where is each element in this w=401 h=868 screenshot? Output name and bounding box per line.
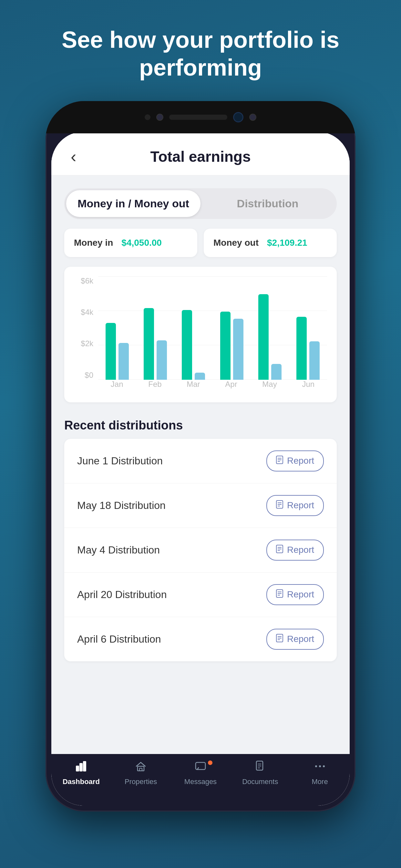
tab-switcher: Money in / Money out Distribution [64, 188, 337, 219]
bar-group-jun [297, 317, 320, 379]
nav-item-dashboard[interactable]: Dashboard [51, 761, 111, 786]
y-label-6k: $6k [74, 276, 96, 285]
nav-label-more: More [312, 778, 328, 786]
bar-money-out-apr [233, 319, 243, 380]
bar-money-in-may [258, 294, 269, 380]
bar-group-apr [220, 312, 243, 380]
money-out-label: Money out [213, 238, 258, 248]
report-icon [276, 500, 283, 511]
messages-icon [195, 761, 206, 775]
bar-money-out-jun [309, 341, 320, 380]
app-header: ‹ Total earnings [51, 132, 350, 175]
nav-item-documents[interactable]: Documents [230, 761, 290, 786]
report-button-label: Report [287, 589, 314, 600]
scroll-area[interactable]: Money in / Money out Distribution Money … [51, 175, 350, 754]
phone-screen: ‹ Total earnings Money in / Money out Di… [51, 132, 350, 806]
bar-money-out-feb [157, 340, 167, 380]
chart-grid: $6k $4k $2k $0 [74, 276, 327, 393]
nav-label-messages: Messages [184, 778, 217, 786]
nav-item-properties[interactable]: Properties [111, 761, 171, 786]
x-label-jan: Jan [111, 380, 123, 393]
distribution-name: April 6 Distribution [77, 633, 161, 645]
tab-distribution[interactable]: Distribution [201, 190, 335, 217]
notch-speaker [169, 115, 227, 120]
bar-money-in-feb [144, 308, 154, 379]
more-icon [314, 761, 326, 775]
notification-dot-messages [208, 761, 212, 765]
bar-group-feb [144, 308, 167, 379]
stats-row: Money in $4,050.00 Money out $2,109.21 [51, 228, 350, 267]
notch-sensor-2 [249, 114, 256, 121]
report-icon [276, 634, 283, 645]
notch-lens [233, 112, 243, 122]
distribution-list: June 1 Distribution ReportMay 18 Distrib… [64, 439, 337, 661]
y-label-0: $0 [74, 371, 96, 380]
chart-y-axis: $6k $4k $2k $0 [74, 276, 96, 380]
report-button[interactable]: Report [266, 584, 324, 605]
bar-group-jan [105, 323, 129, 380]
distribution-item: April 6 Distribution Report [64, 617, 337, 661]
x-label-feb: Feb [148, 380, 161, 393]
nav-item-messages[interactable]: Messages [171, 761, 230, 786]
phone-shell: ‹ Total earnings Money in / Money out Di… [45, 101, 356, 811]
page-headline: See how your portfolio is performing [0, 0, 401, 101]
distribution-name: April 20 Distribution [77, 589, 166, 600]
svg-rect-21 [80, 763, 83, 771]
chart-x-axis: JanFebMarAprMayJun [98, 380, 327, 393]
report-button-label: Report [287, 545, 314, 555]
money-in-value: $4,050.00 [121, 238, 162, 248]
report-icon [276, 589, 283, 600]
money-out-value: $2,109.21 [267, 238, 307, 248]
svg-rect-20 [76, 766, 79, 771]
x-label-apr: Apr [225, 380, 237, 393]
distribution-name: May 4 Distribution [77, 544, 160, 556]
x-label-mar: Mar [187, 380, 200, 393]
properties-icon [135, 761, 147, 775]
distribution-item: April 20 Distribution Report [64, 572, 337, 617]
nav-item-more[interactable]: More [290, 761, 350, 786]
phone-notch [45, 101, 356, 133]
report-button[interactable]: Report [266, 451, 324, 471]
y-label-4k: $4k [74, 308, 96, 317]
report-button-label: Report [287, 634, 314, 644]
svg-rect-25 [196, 763, 205, 770]
dashboard-icon [75, 761, 87, 775]
svg-point-30 [315, 765, 317, 767]
money-in-label: Money in [74, 238, 113, 248]
distribution-name: June 1 Distribution [77, 455, 163, 467]
svg-point-31 [319, 765, 321, 767]
bar-money-out-mar [195, 373, 205, 380]
report-button-label: Report [287, 500, 314, 510]
report-button[interactable]: Report [266, 629, 324, 650]
report-button-label: Report [287, 456, 314, 466]
tab-money-in-out[interactable]: Money in / Money out [66, 190, 201, 217]
page-title: Total earnings [150, 148, 251, 165]
report-button[interactable]: Report [266, 539, 324, 561]
distribution-item: May 18 Distribution Report [64, 484, 337, 528]
y-label-2k: $2k [74, 339, 96, 348]
recent-distributions-title: Recent distributions [51, 412, 350, 439]
bars-row [98, 276, 327, 380]
report-icon [276, 456, 283, 466]
bottom-nav: DashboardPropertiesMessagesDocumentsMore [51, 754, 350, 806]
bar-money-in-apr [220, 312, 230, 380]
bar-money-out-jan [119, 343, 129, 379]
x-label-may: May [262, 380, 277, 393]
notch-sensor [145, 114, 150, 120]
bar-money-in-jun [297, 317, 307, 379]
report-button[interactable]: Report [266, 495, 324, 516]
svg-rect-22 [83, 761, 86, 771]
distribution-name: May 18 Distribution [77, 500, 166, 512]
bar-money-in-jan [105, 323, 116, 380]
distribution-item: May 4 Distribution Report [64, 528, 337, 572]
bar-money-out-may [271, 364, 281, 380]
chart-bars-area: JanFebMarAprMayJun [98, 276, 327, 393]
svg-point-32 [323, 765, 325, 767]
back-button[interactable]: ‹ [71, 147, 76, 166]
nav-label-properties: Properties [125, 778, 157, 786]
nav-label-dashboard: Dashboard [63, 778, 100, 786]
notch-camera-front [156, 114, 163, 121]
distribution-item: June 1 Distribution Report [64, 439, 337, 484]
bar-group-may [258, 294, 281, 380]
stat-card-money-out: Money out $2,109.21 [204, 228, 337, 257]
